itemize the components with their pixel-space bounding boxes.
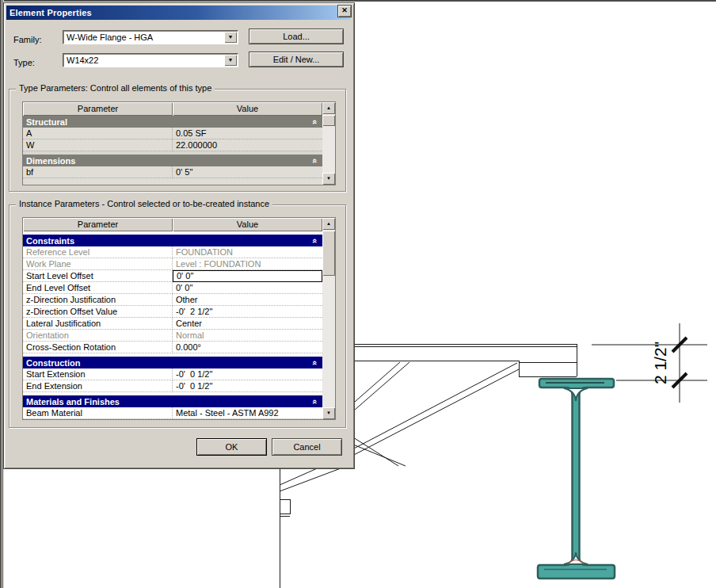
web-fillet-notch-top bbox=[564, 388, 588, 401]
column-header-value[interactable]: Value bbox=[173, 218, 322, 231]
parameter-row: z-Direction Offset Value-0' 2 1/2" bbox=[23, 306, 322, 318]
scroll-down-icon[interactable]: ▼ bbox=[322, 407, 335, 419]
collapse-chevron-icon[interactable]: « bbox=[311, 238, 319, 242]
value-edit-field[interactable]: 0' 0" bbox=[173, 270, 322, 282]
parameter-value-cell[interactable]: 0' 5" bbox=[173, 166, 322, 178]
scroll-up-icon[interactable]: ▲ bbox=[322, 218, 335, 230]
instance-parameters-table: Parameter Value Constraints«Reference Le… bbox=[22, 217, 336, 420]
type-parameters-group-label: Type Parameters: Control all elements of… bbox=[16, 83, 215, 93]
parameter-value-cell[interactable]: Metal - Steel - ASTM A992 bbox=[173, 407, 322, 419]
dimension-annotation: 2 1/2" bbox=[592, 323, 707, 403]
section-label: Dimensions bbox=[26, 155, 75, 166]
parameter-value-cell[interactable]: Normal bbox=[173, 330, 322, 342]
family-combobox[interactable]: W-Wide Flange - HGA ▼ bbox=[63, 30, 238, 44]
column-header-value[interactable]: Value bbox=[173, 102, 322, 116]
scrollbar-thumb[interactable] bbox=[322, 231, 335, 276]
parameter-row: Cross-Section Rotation0.000° bbox=[23, 342, 322, 353]
parameter-row: End Level Offset0' 0" bbox=[23, 282, 322, 294]
parameter-value-cell[interactable]: -0' 0 1/2" bbox=[173, 380, 322, 392]
parameter-row: End Extension-0' 0 1/2" bbox=[23, 380, 322, 392]
parameter-name-cell: Lateral Justification bbox=[23, 318, 173, 330]
parameter-value-cell[interactable]: Other bbox=[173, 294, 322, 306]
collapse-chevron-icon[interactable]: « bbox=[311, 158, 319, 162]
section-header-row[interactable]: Materials and Finishes« bbox=[23, 395, 322, 407]
parameter-value-cell[interactable]: -0' 2 1/2" bbox=[173, 306, 322, 318]
dialog-title: Element Properties bbox=[6, 8, 92, 17]
parameter-name-cell: Start Level Offset bbox=[23, 270, 173, 282]
parameter-value-cell[interactable]: 0' 0" bbox=[173, 282, 322, 294]
type-value: W14x22 bbox=[67, 55, 98, 65]
dialog-titlebar[interactable]: Element Properties bbox=[6, 6, 350, 20]
section-label: Materials and Finishes bbox=[26, 396, 120, 407]
scroll-down-icon[interactable]: ▼ bbox=[322, 173, 335, 185]
table-header: Parameter Value bbox=[23, 102, 322, 116]
parameter-row: Start Extension-0' 0 1/2" bbox=[23, 368, 322, 380]
parameter-row: Beam MaterialMetal - Steel - ASTM A992 bbox=[23, 407, 322, 419]
instance-parameters-rows: Constraints«Reference LevelFOUNDATIONWor… bbox=[23, 231, 322, 419]
parameter-value-cell[interactable]: 0.05 SF bbox=[173, 128, 322, 139]
parameter-name-cell: End Level Offset bbox=[23, 282, 173, 294]
parameter-name-cell: Beam Material bbox=[23, 407, 173, 419]
family-value: W-Wide Flange - HGA bbox=[67, 32, 153, 42]
parameter-value-cell[interactable]: Center bbox=[173, 318, 322, 330]
parameter-row: W22.000000 bbox=[23, 139, 322, 151]
scroll-up-icon[interactable]: ▲ bbox=[322, 102, 335, 114]
table-header: Parameter Value bbox=[23, 218, 322, 231]
collapse-chevron-icon[interactable]: « bbox=[311, 119, 319, 124]
parameter-value-cell[interactable]: Level : FOUNDATION bbox=[173, 258, 322, 270]
collapse-chevron-icon[interactable]: « bbox=[311, 399, 319, 403]
parameter-name-cell: Start Extension bbox=[23, 368, 173, 380]
chevron-down-icon[interactable]: ▼ bbox=[224, 55, 237, 66]
steel-beam-section[interactable] bbox=[538, 379, 615, 578]
edit-new-button[interactable]: Edit / New... bbox=[249, 52, 344, 67]
parameter-row: A0.05 SF bbox=[23, 128, 322, 139]
load-button[interactable]: Load... bbox=[249, 29, 344, 44]
deck-lines bbox=[353, 344, 577, 376]
cancel-button[interactable]: Cancel bbox=[272, 438, 342, 456]
parameter-name-cell: bf bbox=[23, 166, 173, 178]
parameter-name-cell: z-Direction Justification bbox=[23, 294, 173, 306]
vertical-scrollbar[interactable]: ▲ ▼ bbox=[322, 218, 335, 419]
parameter-row: bf0' 5" bbox=[23, 166, 322, 178]
parameter-name-cell: End Extension bbox=[23, 380, 173, 392]
parameter-row: z-Direction JustificationOther bbox=[23, 294, 322, 306]
section-label: Constraints bbox=[26, 235, 74, 246]
type-parameters-table: Parameter Value Structural«A0.05 SFW22.0… bbox=[22, 101, 336, 185]
type-parameters-rows: Structural«A0.05 SFW22.000000Dimensions«… bbox=[23, 116, 322, 185]
column-header-parameter[interactable]: Parameter bbox=[23, 102, 173, 116]
close-icon[interactable]: ✕ bbox=[337, 5, 352, 17]
parameter-name-cell: z-Direction Offset Value bbox=[23, 306, 173, 318]
type-combobox[interactable]: W14x22 ▼ bbox=[63, 53, 238, 67]
section-header-row[interactable]: Constraints« bbox=[23, 235, 322, 246]
section-header-row[interactable]: Structural« bbox=[23, 116, 322, 128]
beam-outline[interactable] bbox=[538, 379, 615, 578]
family-label: Family: bbox=[13, 35, 41, 44]
dimension-text: 2 1/2" bbox=[651, 342, 669, 384]
scrollbar-thumb[interactable] bbox=[322, 115, 335, 126]
parameter-row: Work PlaneLevel : FOUNDATION bbox=[23, 258, 322, 270]
web-fillet-notch-bottom bbox=[564, 552, 588, 564]
parameter-name-cell: W bbox=[23, 139, 173, 151]
parameter-value-cell[interactable]: FOUNDATION bbox=[173, 246, 322, 258]
instance-parameters-group-label: Instance Parameters - Control selected o… bbox=[16, 199, 272, 208]
vertical-scrollbar[interactable]: ▲ ▼ bbox=[322, 102, 335, 185]
parameter-value-cell[interactable]: 22.000000 bbox=[173, 139, 322, 151]
section-header-row[interactable]: Dimensions« bbox=[23, 155, 322, 166]
chevron-down-icon[interactable]: ▼ bbox=[224, 32, 237, 43]
collapse-chevron-icon[interactable]: « bbox=[311, 360, 319, 365]
element-properties-dialog: Element Properties ✕ Family: W-Wide Flan… bbox=[3, 2, 355, 469]
ok-button[interactable]: OK bbox=[196, 438, 267, 456]
parameter-row: Reference LevelFOUNDATION bbox=[23, 246, 322, 258]
type-label: Type: bbox=[13, 58, 35, 67]
section-header-row[interactable]: Construction« bbox=[23, 357, 322, 368]
parameter-row: Lateral JustificationCenter bbox=[23, 318, 322, 330]
column-header-parameter[interactable]: Parameter bbox=[23, 218, 173, 231]
parameter-row: Start Level Offset0' 0" bbox=[23, 270, 322, 282]
parameter-name-cell: Work Plane bbox=[23, 258, 173, 270]
parameter-value-cell[interactable]: 0.000° bbox=[173, 342, 322, 353]
parameter-value-cell[interactable]: -0' 0 1/2" bbox=[173, 368, 322, 380]
section-label: Construction bbox=[26, 357, 80, 368]
parameter-row: OrientationNormal bbox=[23, 330, 322, 342]
parameter-name-cell: Reference Level bbox=[23, 246, 173, 258]
section-label: Structural bbox=[26, 116, 67, 128]
